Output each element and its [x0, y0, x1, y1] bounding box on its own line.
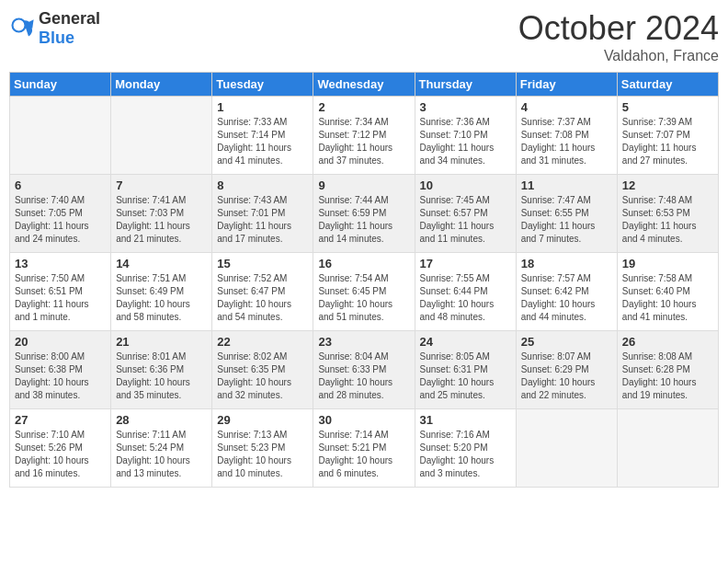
calendar-cell: 19Sunrise: 7:58 AM Sunset: 6:40 PM Dayli… — [617, 253, 718, 331]
day-detail: Sunrise: 7:16 AM Sunset: 5:20 PM Dayligh… — [420, 429, 511, 480]
day-number: 10 — [420, 178, 511, 192]
day-number: 18 — [521, 257, 612, 270]
calendar-cell: 5Sunrise: 7:39 AM Sunset: 7:07 PM Daylig… — [617, 97, 718, 175]
day-detail: Sunrise: 7:47 AM Sunset: 6:55 PM Dayligh… — [521, 194, 612, 246]
day-number: 20 — [15, 335, 106, 349]
calendar-cell: 2Sunrise: 7:34 AM Sunset: 7:12 PM Daylig… — [313, 97, 415, 175]
day-number: 19 — [622, 257, 713, 270]
calendar-cell: 26Sunrise: 8:08 AM Sunset: 6:28 PM Dayli… — [617, 331, 718, 409]
calendar-cell: 29Sunrise: 7:13 AM Sunset: 5:23 PM Dayli… — [212, 409, 313, 488]
day-number: 26 — [622, 335, 713, 349]
calendar-cell: 23Sunrise: 8:04 AM Sunset: 6:33 PM Dayli… — [313, 331, 415, 409]
calendar-cell: 6Sunrise: 7:40 AM Sunset: 7:05 PM Daylig… — [10, 175, 111, 253]
day-detail: Sunrise: 7:55 AM Sunset: 6:44 PM Dayligh… — [420, 272, 511, 324]
logo-blue: Blue — [39, 29, 74, 47]
day-detail: Sunrise: 7:13 AM Sunset: 5:23 PM Dayligh… — [217, 429, 308, 480]
logo-text: General Blue — [39, 9, 100, 48]
calendar-cell: 10Sunrise: 7:45 AM Sunset: 6:57 PM Dayli… — [415, 175, 516, 253]
day-detail: Sunrise: 8:04 AM Sunset: 6:33 PM Dayligh… — [318, 350, 409, 402]
calendar-cell — [617, 409, 718, 488]
day-number: 16 — [318, 257, 409, 270]
title-block: October 2024 Valdahon, France — [518, 9, 719, 64]
day-detail: Sunrise: 8:05 AM Sunset: 6:31 PM Dayligh… — [420, 350, 511, 402]
day-number: 14 — [116, 257, 207, 270]
column-header-sunday: Sunday — [10, 73, 111, 97]
day-number: 5 — [622, 100, 713, 114]
day-number: 2 — [318, 100, 409, 114]
day-detail: Sunrise: 7:14 AM Sunset: 5:21 PM Dayligh… — [318, 429, 409, 480]
calendar-cell: 25Sunrise: 8:07 AM Sunset: 6:29 PM Dayli… — [516, 331, 617, 409]
day-number: 11 — [521, 178, 612, 192]
day-number: 31 — [420, 413, 511, 427]
calendar-cell: 30Sunrise: 7:14 AM Sunset: 5:21 PM Dayli… — [313, 409, 415, 488]
day-detail: Sunrise: 7:11 AM Sunset: 5:24 PM Dayligh… — [116, 429, 207, 480]
day-number: 28 — [116, 413, 207, 427]
calendar-cell: 28Sunrise: 7:11 AM Sunset: 5:24 PM Dayli… — [111, 409, 212, 488]
day-detail: Sunrise: 7:51 AM Sunset: 6:49 PM Dayligh… — [116, 272, 207, 324]
location-title: Valdahon, France — [518, 48, 719, 64]
day-number: 12 — [622, 178, 713, 192]
logo-general: General — [39, 9, 100, 28]
day-number: 15 — [217, 257, 308, 270]
day-detail: Sunrise: 7:50 AM Sunset: 6:51 PM Dayligh… — [15, 272, 106, 324]
calendar-cell: 15Sunrise: 7:52 AM Sunset: 6:47 PM Dayli… — [212, 253, 313, 331]
day-detail: Sunrise: 7:44 AM Sunset: 6:59 PM Dayligh… — [318, 194, 409, 246]
calendar-cell: 27Sunrise: 7:10 AM Sunset: 5:26 PM Dayli… — [10, 409, 111, 488]
page-header: General Blue October 2024 Valdahon, Fran… — [9, 9, 719, 64]
calendar-cell: 24Sunrise: 8:05 AM Sunset: 6:31 PM Dayli… — [415, 331, 516, 409]
day-detail: Sunrise: 7:57 AM Sunset: 6:42 PM Dayligh… — [521, 272, 612, 324]
column-header-thursday: Thursday — [415, 73, 516, 97]
day-detail: Sunrise: 7:48 AM Sunset: 6:53 PM Dayligh… — [622, 194, 713, 246]
day-number: 23 — [318, 335, 409, 349]
calendar-cell: 22Sunrise: 8:02 AM Sunset: 6:35 PM Dayli… — [212, 331, 313, 409]
day-detail: Sunrise: 7:33 AM Sunset: 7:14 PM Dayligh… — [217, 116, 308, 167]
day-detail: Sunrise: 7:43 AM Sunset: 7:01 PM Dayligh… — [217, 194, 308, 246]
calendar-cell: 14Sunrise: 7:51 AM Sunset: 6:49 PM Dayli… — [111, 253, 212, 331]
calendar-cell: 16Sunrise: 7:54 AM Sunset: 6:45 PM Dayli… — [313, 253, 415, 331]
calendar-cell: 12Sunrise: 7:48 AM Sunset: 6:53 PM Dayli… — [617, 175, 718, 253]
day-number: 3 — [420, 100, 511, 114]
day-number: 13 — [15, 257, 106, 270]
column-header-saturday: Saturday — [617, 73, 718, 97]
calendar-cell: 9Sunrise: 7:44 AM Sunset: 6:59 PM Daylig… — [313, 175, 415, 253]
day-number: 7 — [116, 178, 207, 192]
calendar-table: SundayMondayTuesdayWednesdayThursdayFrid… — [9, 72, 719, 488]
day-detail: Sunrise: 7:39 AM Sunset: 7:07 PM Dayligh… — [622, 116, 713, 167]
day-detail: Sunrise: 7:37 AM Sunset: 7:08 PM Dayligh… — [521, 116, 612, 167]
calendar-cell: 7Sunrise: 7:41 AM Sunset: 7:03 PM Daylig… — [111, 175, 212, 253]
calendar-cell: 1Sunrise: 7:33 AM Sunset: 7:14 PM Daylig… — [212, 97, 313, 175]
calendar-cell: 3Sunrise: 7:36 AM Sunset: 7:10 PM Daylig… — [415, 97, 516, 175]
day-detail: Sunrise: 8:07 AM Sunset: 6:29 PM Dayligh… — [521, 350, 612, 402]
day-number: 30 — [318, 413, 409, 427]
calendar-cell: 13Sunrise: 7:50 AM Sunset: 6:51 PM Dayli… — [10, 253, 111, 331]
calendar-cell — [516, 409, 617, 488]
day-detail: Sunrise: 7:36 AM Sunset: 7:10 PM Dayligh… — [420, 116, 511, 167]
day-detail: Sunrise: 8:00 AM Sunset: 6:38 PM Dayligh… — [15, 350, 106, 402]
calendar-cell: 20Sunrise: 8:00 AM Sunset: 6:38 PM Dayli… — [10, 331, 111, 409]
calendar-cell: 17Sunrise: 7:55 AM Sunset: 6:44 PM Dayli… — [415, 253, 516, 331]
day-number: 8 — [217, 178, 308, 192]
calendar-cell: 11Sunrise: 7:47 AM Sunset: 6:55 PM Dayli… — [516, 175, 617, 253]
day-detail: Sunrise: 8:08 AM Sunset: 6:28 PM Dayligh… — [622, 350, 713, 402]
logo: General Blue — [9, 9, 100, 48]
day-detail: Sunrise: 7:52 AM Sunset: 6:47 PM Dayligh… — [217, 272, 308, 324]
day-detail: Sunrise: 7:41 AM Sunset: 7:03 PM Dayligh… — [116, 194, 207, 246]
day-number: 9 — [318, 178, 409, 192]
day-number: 25 — [521, 335, 612, 349]
column-header-monday: Monday — [111, 73, 212, 97]
day-number: 1 — [217, 100, 308, 114]
calendar-cell: 18Sunrise: 7:57 AM Sunset: 6:42 PM Dayli… — [516, 253, 617, 331]
logo-icon — [9, 16, 35, 41]
day-detail: Sunrise: 8:02 AM Sunset: 6:35 PM Dayligh… — [217, 350, 308, 402]
column-header-tuesday: Tuesday — [212, 73, 313, 97]
calendar-cell — [111, 97, 212, 175]
day-number: 4 — [521, 100, 612, 114]
calendar-cell — [10, 97, 111, 175]
day-number: 21 — [116, 335, 207, 349]
day-detail: Sunrise: 7:10 AM Sunset: 5:26 PM Dayligh… — [15, 429, 106, 480]
day-number: 29 — [217, 413, 308, 427]
day-detail: Sunrise: 7:58 AM Sunset: 6:40 PM Dayligh… — [622, 272, 713, 324]
day-number: 27 — [15, 413, 106, 427]
column-header-friday: Friday — [516, 73, 617, 97]
month-title: October 2024 — [518, 9, 719, 48]
